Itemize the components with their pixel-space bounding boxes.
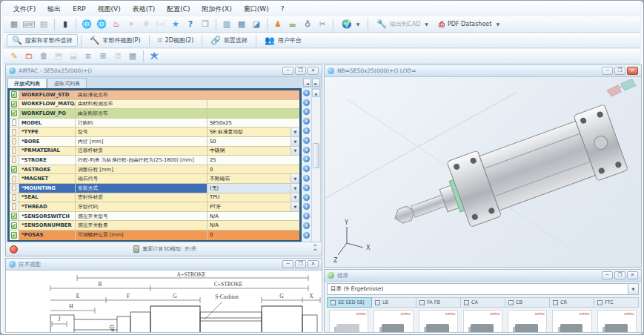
close-button[interactable]: ✕	[627, 271, 638, 279]
series-tab-cr[interactable]: CR	[550, 297, 594, 308]
row-checkbox[interactable]	[12, 156, 16, 163]
cube-add-icon[interactable]: ⊞	[96, 50, 110, 62]
param-value[interactable]: SE:标准复动型	[208, 127, 291, 136]
star-red-icon[interactable]: ✶	[125, 18, 138, 30]
table-row[interactable]: ✓*ASTROKE调整行程 [mm]0	[10, 165, 299, 175]
equals-icon[interactable]: (=)	[154, 18, 167, 30]
technical-panel-titlebar[interactable]: 技术视图 ─ ❐ ✕	[6, 259, 322, 271]
table-row[interactable]: *STROKE行程-列表 为标准行程-自由行程为(25-1800) [mm]25	[10, 156, 299, 165]
minimize-button[interactable]: ─	[602, 67, 613, 75]
table-row[interactable]: *TYPE型号SE:标准复动型▼	[10, 127, 299, 137]
row-info-button[interactable]: i	[302, 164, 311, 173]
table-window-icon[interactable]: ▦	[126, 50, 139, 62]
row-info-button[interactable]: i	[302, 202, 311, 212]
series-thumbnail[interactable]: AIRTAC	[461, 308, 505, 332]
series-thumbnail[interactable]: AIRTAC	[505, 308, 549, 332]
part-view-button[interactable]: 🔨零部件视图(P)	[84, 34, 146, 47]
part-panel-titlebar[interactable]: AIRTAC - SE50x25(000)+() ─ ❐ ✕	[6, 65, 322, 77]
table-row[interactable]: ✓*POSAS可调螺杆位置 [mm]0	[10, 230, 299, 240]
param-value[interactable]: 中碳钢	[208, 147, 291, 156]
param-value[interactable]	[208, 100, 299, 109]
user-platform-button[interactable]: 👥用户平台	[259, 34, 307, 47]
row-checkbox[interactable]: ✓	[11, 166, 18, 173]
param-value[interactable]: SE50x25	[208, 119, 299, 127]
dark-view-icon[interactable]: ▮	[59, 18, 72, 30]
row-info-button[interactable]: i	[302, 116, 311, 126]
hierarchy-icon[interactable]: 🝙	[286, 18, 299, 30]
table-row[interactable]: ✓*SENSORNUMBER感应开关数量N/A	[10, 221, 299, 230]
table-row[interactable]: *MOUNTING安装方式(无)▼	[10, 184, 299, 193]
row-info-button[interactable]: i	[302, 230, 311, 240]
table-scrollbar[interactable]: ▲	[311, 88, 321, 242]
row-info-button[interactable]: i	[302, 126, 311, 136]
sitemap-icon[interactable]: ♁	[301, 18, 314, 30]
edit-pencil-icon[interactable]: ✎	[7, 50, 21, 62]
menu-item-7[interactable]: 窗口(W)	[239, 3, 274, 16]
param-value[interactable]: N/A	[208, 212, 299, 221]
series-thumbnail[interactable]: AIRTAC	[327, 308, 371, 332]
series-tab-lb[interactable]: LB	[372, 297, 416, 308]
menu-item-8[interactable]: ?	[276, 4, 290, 14]
tools-icon[interactable]: ✂	[316, 18, 329, 30]
row-checkbox[interactable]	[12, 147, 16, 154]
table-row[interactable]: *THREAD牙型代码PT牙▼	[10, 202, 299, 212]
snowflake-icon[interactable]: ❄	[139, 18, 153, 30]
catalog-dropdown[interactable]: 目录 (9 Ergebnisse)	[327, 283, 628, 295]
scroll-up-icon[interactable]: ▲	[312, 89, 320, 97]
minimize-button[interactable]: ─	[602, 271, 613, 279]
row-checkbox[interactable]: ✓	[11, 101, 18, 107]
minimize-button[interactable]: ─	[282, 67, 293, 75]
param-value[interactable]: 0	[208, 230, 299, 240]
row-checkbox[interactable]: ✓	[11, 222, 18, 229]
viewport-titlebar[interactable]: NB=SE50x25(000)+() LOD= ─ ❐ ✕	[325, 65, 641, 77]
row-checkbox[interactable]	[12, 176, 16, 182]
star-blue-icon[interactable]: ★	[169, 18, 182, 30]
row-checkbox[interactable]: ✓	[11, 213, 18, 219]
row-checkbox[interactable]: ✓	[11, 110, 18, 116]
table-columns-icon[interactable]: ▦	[235, 18, 248, 30]
param-value[interactable]: (无)	[208, 184, 291, 193]
menu-item-2[interactable]: ERP	[67, 4, 90, 14]
cube-question-icon[interactable]: ⍰	[111, 50, 125, 62]
row-info-button[interactable]: i	[302, 221, 311, 230]
row-checkbox[interactable]	[12, 138, 16, 145]
row-checkbox[interactable]	[12, 203, 16, 210]
menu-item-4[interactable]: 表格(T)	[127, 3, 161, 16]
assembly-select-button[interactable]: 🔗装置选择	[205, 34, 253, 47]
menu-item-0[interactable]: 文件(F)	[8, 3, 41, 16]
row-info-button[interactable]: i	[302, 98, 311, 107]
cube-1-icon[interactable]: ⬒	[52, 50, 65, 62]
param-value[interactable]: 50	[208, 137, 291, 146]
export-emf-icon[interactable]: ▦	[7, 18, 21, 30]
param-value[interactable]: 25	[208, 156, 299, 165]
table-edit-icon[interactable]: ◪	[250, 18, 263, 30]
pdf-datasheet-button[interactable]: ⎙ PDF Datasheet ▼	[434, 18, 505, 31]
tab-scroll-right-icon[interactable]: ►	[312, 79, 320, 87]
table-row[interactable]: *SEAL密封件材质TPU▼	[10, 193, 299, 203]
row-info-button[interactable]: i	[302, 88, 311, 98]
param-value[interactable]: 不附磁石	[208, 174, 291, 183]
restore-button[interactable]: ❐	[295, 260, 306, 268]
row-info-button[interactable]: i	[302, 193, 311, 202]
row-checkbox[interactable]: ✓	[11, 232, 18, 239]
row-info-button[interactable]: i	[302, 145, 311, 155]
series-tab-cb[interactable]: CB	[505, 297, 550, 308]
param-value[interactable]: PT牙	[208, 202, 291, 211]
param-dropdown-icon[interactable]: ▼	[291, 184, 299, 193]
series-thumbnail[interactable]: AIRTAC	[550, 308, 594, 332]
param-dropdown-icon[interactable]: ▼	[291, 127, 299, 136]
tab-open-list[interactable]: 开放式列表	[7, 78, 47, 88]
globe-green-icon[interactable]: 🌐	[95, 18, 108, 30]
row-info-button[interactable]: i	[302, 173, 311, 183]
series-thumbnail[interactable]: AIRTAC	[371, 308, 415, 332]
search-part-button[interactable]: 🔍搜索和零部件选择	[7, 34, 78, 47]
parameter-table[interactable]: ✓WORKFLOW_STD由标准化发布✓WORKFLOW_MATQA由材料检测发…	[7, 88, 302, 242]
menu-item-3[interactable]: 视图(V)	[93, 3, 126, 16]
param-value[interactable]	[208, 109, 299, 118]
row-info-button[interactable]: i	[302, 211, 311, 221]
window-layout-icon[interactable]: ❐	[199, 18, 212, 30]
row-info-button[interactable]: i	[302, 136, 311, 145]
star-person-icon[interactable]: 🟊	[147, 50, 161, 62]
menu-item-6[interactable]: 附加件(X)	[197, 3, 237, 16]
recalc-3d-toggle[interactable]: 重新计算3D模型: 开/关	[133, 245, 196, 253]
